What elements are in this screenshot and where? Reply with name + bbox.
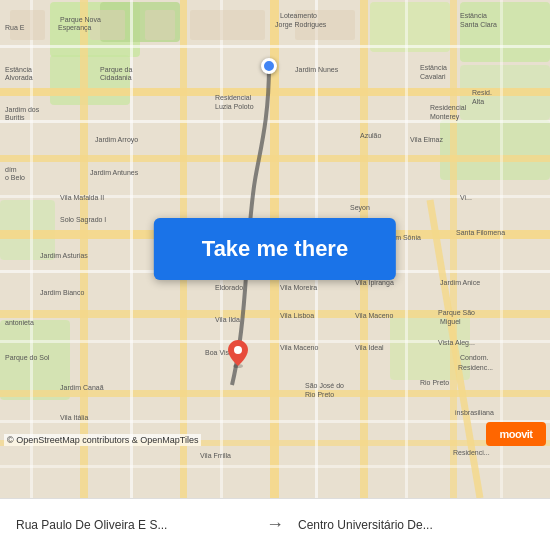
svg-text:Rio Preto: Rio Preto xyxy=(420,379,449,386)
svg-text:Resid.: Resid. xyxy=(472,89,492,96)
svg-text:Solo Sagrado I: Solo Sagrado I xyxy=(60,216,106,224)
svg-text:Cavalari: Cavalari xyxy=(420,73,446,80)
map-container[interactable]: Parque Nova Esperança Rua E Loteamento J… xyxy=(0,0,550,498)
destination-text: Centro Universitário De... xyxy=(298,518,433,532)
svg-text:Alta: Alta xyxy=(472,98,484,105)
svg-text:Estância: Estância xyxy=(420,64,447,71)
map-attribution: © OpenStreetMap contributors & OpenMapTi… xyxy=(4,434,201,446)
svg-text:Jorge Rodrigues: Jorge Rodrigues xyxy=(275,21,327,29)
moovit-logo: moovit xyxy=(486,422,546,446)
svg-rect-38 xyxy=(145,10,175,40)
svg-text:Cidadania: Cidadania xyxy=(100,74,132,81)
arrow-icon: → xyxy=(260,514,290,535)
svg-text:Vila Ideal: Vila Ideal xyxy=(355,344,384,351)
svg-text:Vila Maceno: Vila Maceno xyxy=(355,312,394,319)
svg-rect-4 xyxy=(370,2,450,52)
svg-text:São José do: São José do xyxy=(305,382,344,389)
svg-text:Eldorado: Eldorado xyxy=(215,284,243,291)
svg-text:Jardim Canaã: Jardim Canaã xyxy=(60,384,104,391)
svg-text:Jardim Bianco: Jardim Bianco xyxy=(40,289,84,296)
origin-text: Rua Paulo De Oliveira E S... xyxy=(16,518,167,532)
destination-location[interactable]: Centro Universitário De... xyxy=(290,514,542,536)
svg-text:Parque Nova: Parque Nova xyxy=(60,16,101,24)
svg-text:Condom.: Condom. xyxy=(460,354,488,361)
svg-rect-21 xyxy=(450,0,457,498)
svg-text:Vila Mafalda II: Vila Mafalda II xyxy=(60,194,104,201)
svg-text:dím: dím xyxy=(5,166,17,173)
svg-text:Alvorada: Alvorada xyxy=(5,74,33,81)
svg-text:Parque São: Parque São xyxy=(438,309,475,317)
svg-text:Monterey: Monterey xyxy=(430,113,460,121)
svg-text:Rua E: Rua E xyxy=(5,24,25,31)
svg-text:Jardim Nunes: Jardim Nunes xyxy=(295,66,339,73)
svg-point-105 xyxy=(234,346,242,354)
svg-text:Esperança: Esperança xyxy=(58,24,92,32)
svg-text:o Belo: o Belo xyxy=(5,174,25,181)
svg-text:Parque do Sol: Parque do Sol xyxy=(5,354,50,362)
origin-marker xyxy=(261,58,277,74)
svg-rect-17 xyxy=(80,0,88,498)
svg-text:Jardim Antunes: Jardim Antunes xyxy=(90,169,139,176)
svg-text:Residenci...: Residenci... xyxy=(453,449,490,456)
svg-text:Vila Moreira: Vila Moreira xyxy=(280,284,317,291)
svg-text:Miguel: Miguel xyxy=(440,318,461,326)
svg-text:insbrasiliana: insbrasiliana xyxy=(455,409,494,416)
svg-text:Jardim Anice: Jardim Anice xyxy=(440,279,480,286)
svg-text:Residenc...: Residenc... xyxy=(458,364,493,371)
svg-rect-23 xyxy=(0,120,550,123)
svg-rect-37 xyxy=(90,10,125,40)
svg-text:antonieta: antonieta xyxy=(5,319,34,326)
svg-text:Estância: Estância xyxy=(460,12,487,19)
svg-text:Vila Elmaz: Vila Elmaz xyxy=(410,136,443,143)
svg-rect-33 xyxy=(405,0,408,498)
svg-text:Azulão: Azulão xyxy=(360,132,382,139)
svg-text:Vista Aleg...: Vista Aleg... xyxy=(438,339,475,347)
svg-rect-22 xyxy=(0,45,550,48)
svg-text:Vila Lisboa: Vila Lisboa xyxy=(280,312,314,319)
svg-rect-39 xyxy=(190,10,265,40)
svg-text:Estância: Estância xyxy=(5,66,32,73)
take-me-there-button[interactable]: Take me there xyxy=(154,218,396,280)
svg-text:Vila Maceno: Vila Maceno xyxy=(280,344,319,351)
svg-text:Loteamento: Loteamento xyxy=(280,12,317,19)
svg-text:Residencial: Residencial xyxy=(215,94,252,101)
app: Parque Nova Esperança Rua E Loteamento J… xyxy=(0,0,550,550)
svg-text:Jardim Arroyo: Jardim Arroyo xyxy=(95,136,138,144)
svg-rect-28 xyxy=(0,465,550,468)
svg-text:Vila Frrilla: Vila Frrilla xyxy=(200,452,231,459)
svg-text:Vila Ipiranga: Vila Ipiranga xyxy=(355,279,394,287)
svg-text:Jardim Asturias: Jardim Asturias xyxy=(40,252,88,259)
svg-text:Rio Preto: Rio Preto xyxy=(305,391,334,398)
svg-text:Seyon: Seyon xyxy=(350,204,370,212)
svg-text:Parque da: Parque da xyxy=(100,66,132,74)
destination-marker xyxy=(228,340,248,368)
svg-text:Vila Ilda: Vila Ilda xyxy=(215,316,240,323)
svg-text:Santa Filomena: Santa Filomena xyxy=(456,229,505,236)
svg-text:Buritis: Buritis xyxy=(5,114,25,121)
svg-text:Jardim dos: Jardim dos xyxy=(5,106,40,113)
bottom-bar: Rua Paulo De Oliveira E S... → Centro Un… xyxy=(0,498,550,550)
svg-text:Residencial: Residencial xyxy=(430,104,467,111)
svg-text:Vila Itália: Vila Itália xyxy=(60,414,88,421)
origin-location[interactable]: Rua Paulo De Oliveira E S... xyxy=(8,514,260,536)
svg-text:Vi...: Vi... xyxy=(460,194,472,201)
svg-text:Luzia Poloto: Luzia Poloto xyxy=(215,103,254,110)
svg-text:Santa Clara: Santa Clara xyxy=(460,21,497,28)
svg-rect-5 xyxy=(460,2,550,62)
